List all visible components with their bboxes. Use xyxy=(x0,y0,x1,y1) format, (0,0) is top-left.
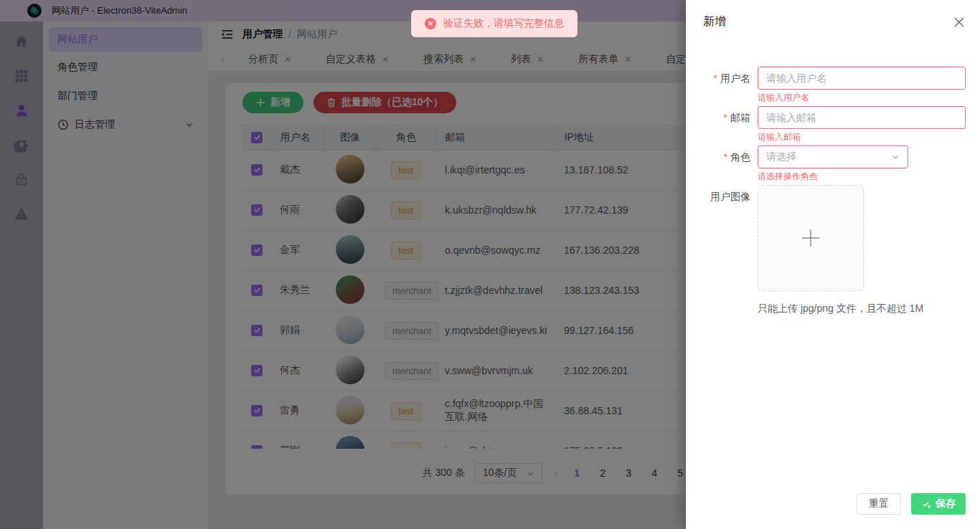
email-field[interactable] xyxy=(758,106,966,129)
upload-hint: 只能上传 jpg/png 文件，且不超过 1M xyxy=(758,302,966,315)
save-button[interactable]: 保存 xyxy=(911,493,966,515)
chevron-down-icon xyxy=(891,153,900,161)
email-error: 请输入邮箱 xyxy=(758,129,966,144)
close-icon[interactable] xyxy=(953,16,966,29)
email-input[interactable] xyxy=(766,112,957,123)
role-select-placeholder: 请选择 xyxy=(766,151,796,163)
plus-icon xyxy=(800,227,821,249)
check-list-icon xyxy=(921,499,931,509)
role-label: 角色 xyxy=(686,146,758,184)
username-input[interactable] xyxy=(766,72,957,84)
drawer-title: 新增 xyxy=(703,14,726,29)
save-button-label: 保存 xyxy=(936,497,956,510)
add-user-drawer: 新增 用户名 请输入用户名 邮箱 请输入邮箱 xyxy=(686,0,980,529)
username-error: 请输入用户名 xyxy=(758,90,966,105)
username-label: 用户名 xyxy=(686,67,758,105)
image-upload-dropzone[interactable] xyxy=(758,185,864,291)
reset-button[interactable]: 重置 xyxy=(857,493,901,515)
toast-message: 验证失败，请填写完整信息 xyxy=(443,17,564,30)
role-error: 请选择操作角色 xyxy=(758,168,966,184)
error-circle-icon xyxy=(425,18,436,29)
role-select[interactable]: 请选择 xyxy=(758,146,908,168)
username-field[interactable] xyxy=(758,67,966,90)
email-label: 邮箱 xyxy=(686,106,758,144)
error-toast: 验证失败，请填写完整信息 xyxy=(411,10,578,37)
user-image-label: 用户图像 xyxy=(686,185,758,291)
modal-mask[interactable] xyxy=(0,0,686,529)
